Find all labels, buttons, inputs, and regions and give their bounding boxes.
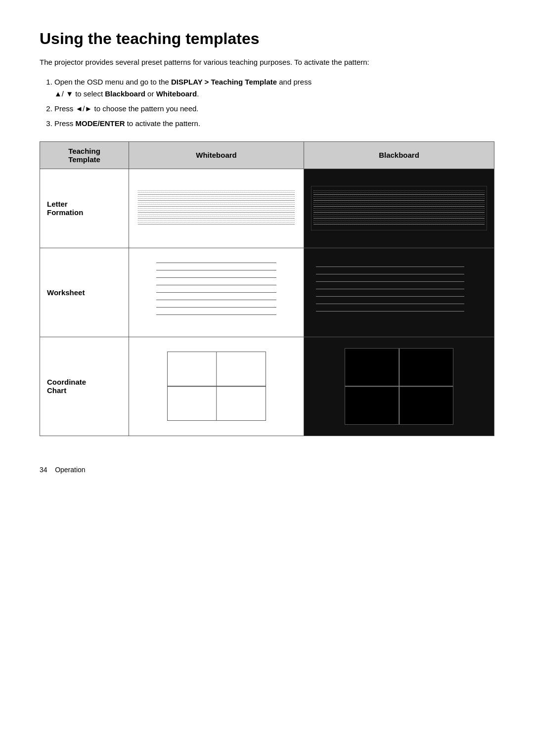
- step-3: Press MODE/ENTER to activate the pattern…: [54, 118, 494, 130]
- page-title: Using the teaching templates: [40, 30, 494, 48]
- page-number: 34: [40, 466, 47, 474]
- table-row-coordinate-chart: CoordinateChart: [40, 337, 494, 436]
- blackboard-letter-formation-preview: [304, 169, 494, 248]
- steps-list: Open the OSD menu and go to the DISPLAY …: [54, 76, 494, 130]
- col-header-whiteboard: Whiteboard: [129, 141, 304, 169]
- col-header-template: TeachingTemplate: [40, 141, 129, 169]
- label-coordinate-chart: CoordinateChart: [40, 337, 129, 436]
- blackboard-worksheet-preview: [304, 248, 494, 337]
- step-2: Press ◄/► to choose the pattern you need…: [54, 103, 494, 115]
- col-header-blackboard: Blackboard: [304, 141, 494, 169]
- coord-box-white: [167, 352, 266, 421]
- coord-box-black: [345, 348, 453, 425]
- label-letter-formation: LetterFormation: [40, 169, 129, 248]
- section-label: Operation: [55, 466, 85, 474]
- label-worksheet: Worksheet: [40, 248, 129, 337]
- step-1: Open the OSD menu and go to the DISPLAY …: [54, 76, 494, 100]
- table-row-letter-formation: LetterFormation: [40, 169, 494, 248]
- whiteboard-worksheet-preview: [129, 248, 304, 337]
- intro-paragraph: The projector provides several preset pa…: [40, 57, 494, 68]
- table-row-worksheet: Worksheet: [40, 248, 494, 337]
- whiteboard-coordinate-chart-preview: [129, 337, 304, 436]
- footer: 34 Operation: [40, 466, 494, 474]
- blackboard-coordinate-chart-preview: [304, 337, 494, 436]
- whiteboard-letter-formation-preview: [129, 169, 304, 248]
- teaching-template-table: TeachingTemplate Whiteboard Blackboard L…: [40, 141, 494, 436]
